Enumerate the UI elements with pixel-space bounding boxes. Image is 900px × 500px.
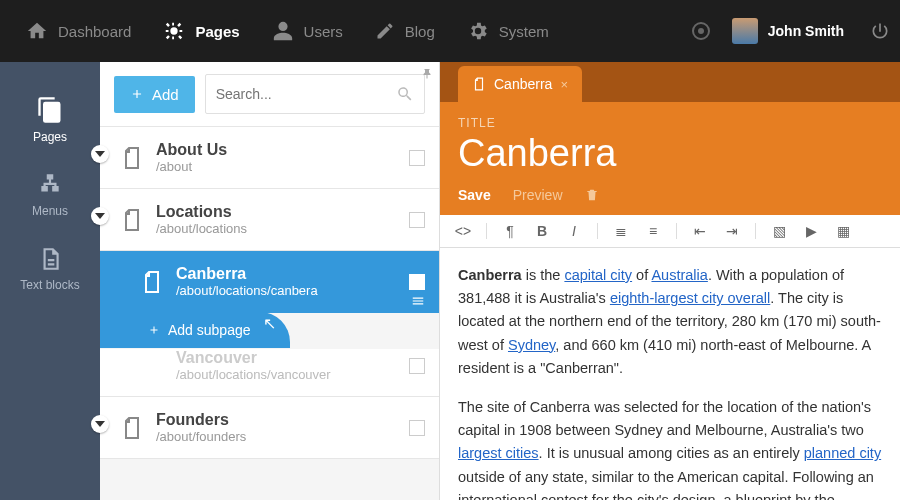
expand-toggle[interactable] (91, 415, 109, 433)
add-button[interactable]: Add (114, 76, 195, 113)
checkbox[interactable] (409, 358, 425, 374)
save-button[interactable]: Save (458, 187, 491, 203)
checkbox[interactable] (409, 274, 425, 290)
tree-item-canberra[interactable]: Canberra /about/locations/canbera (100, 251, 439, 313)
search-input[interactable] (216, 86, 396, 102)
nav-blog[interactable]: Blog (359, 0, 451, 62)
tree-item-slug: /about/founders (156, 429, 409, 444)
checkbox[interactable] (409, 420, 425, 436)
tree-item-slug: /about/locations/vancouver (176, 367, 409, 382)
image-icon[interactable]: ▧ (770, 223, 788, 239)
pin-icon[interactable] (421, 68, 433, 80)
tree-item-title: Canberra (176, 265, 409, 283)
nav-label: Dashboard (58, 23, 131, 40)
user-name: John Smith (768, 23, 844, 39)
editor-body[interactable]: Canberra is the capital city of Australi… (440, 248, 900, 500)
file-icon (140, 270, 164, 294)
indent-icon[interactable]: ⇥ (723, 223, 741, 239)
tree-toolbar: Add (100, 62, 439, 127)
tree-item-title: About Us (156, 141, 409, 159)
file-icon (120, 208, 144, 232)
plus-icon (148, 324, 160, 336)
sidebar-label: Pages (33, 130, 67, 144)
sidebar-label: Menus (32, 204, 68, 218)
user-menu[interactable]: John Smith (720, 18, 856, 44)
nav-label: System (499, 23, 549, 40)
wand-icon (163, 20, 185, 42)
code-icon[interactable]: <> (454, 223, 472, 239)
cursor-icon: ↖ (263, 314, 276, 333)
tree-item-slug: /about/locations/canbera (176, 283, 409, 298)
add-label: Add (152, 86, 179, 103)
page-title[interactable]: Canberra (458, 132, 882, 175)
tree-item-text: Locations /about/locations (156, 203, 409, 236)
editor-tab-canberra[interactable]: Canberra × (458, 66, 582, 102)
tree-list: About Us /about Locations /about/locatio… (100, 127, 439, 459)
gear-icon (467, 20, 489, 42)
list-ol-icon[interactable]: ≡ (644, 223, 662, 239)
file-icon (120, 146, 144, 170)
nav-label: Users (304, 23, 343, 40)
power-icon[interactable] (870, 21, 890, 41)
editor-header: TITLE Canberra Save Preview (440, 102, 900, 215)
sidebar-item-textblocks[interactable]: Text blocks (0, 232, 100, 306)
tree-item-about[interactable]: About Us /about (100, 127, 439, 189)
close-icon[interactable]: × (560, 77, 568, 92)
tree-item-vancouver[interactable]: Vancouver /about/locations/vancouver (100, 349, 439, 397)
pages-icon (36, 96, 64, 124)
plus-icon (130, 87, 144, 101)
nav-label: Blog (405, 23, 435, 40)
expand-toggle[interactable] (91, 207, 109, 225)
outdent-icon[interactable]: ⇤ (691, 223, 709, 239)
tree-item-title: Founders (156, 411, 409, 429)
tree-item-slug: /about (156, 159, 409, 174)
tree-item-text: Founders /about/founders (156, 411, 409, 444)
editor-tabs: Canberra × (440, 62, 900, 102)
checkbox[interactable] (409, 212, 425, 228)
nav-users[interactable]: Users (256, 0, 359, 62)
tab-label: Canberra (494, 76, 552, 92)
file-icon (472, 77, 486, 91)
expand-toggle[interactable] (91, 145, 109, 163)
search-box[interactable] (205, 74, 425, 114)
search-icon (396, 85, 414, 103)
sidebar-label: Text blocks (20, 278, 79, 292)
video-icon[interactable]: ▶ (802, 223, 820, 239)
checkbox[interactable] (409, 150, 425, 166)
tree-item-text: Canberra /about/locations/canbera (176, 265, 409, 298)
page-tree-panel: Add About Us /about (100, 62, 440, 500)
tree-item-title: Vancouver (176, 349, 409, 367)
list-ul-icon[interactable]: ≣ (612, 223, 630, 239)
add-subpage-label: Add subpage (168, 322, 251, 338)
avatar (732, 18, 758, 44)
tree-item-text: About Us /about (156, 141, 409, 174)
bold-icon[interactable]: B (533, 223, 551, 239)
preview-button[interactable]: Preview (513, 187, 563, 203)
document-icon (37, 246, 63, 272)
target-icon[interactable] (692, 22, 710, 40)
sidebar-item-pages[interactable]: Pages (0, 82, 100, 158)
pencil-icon (375, 21, 395, 41)
tree-item-locations[interactable]: Locations /about/locations (100, 189, 439, 251)
tree-item-founders[interactable]: Founders /about/founders (100, 397, 439, 459)
user-icon (272, 20, 294, 42)
nav-label: Pages (195, 23, 239, 40)
sidebar-item-menus[interactable]: Menus (0, 158, 100, 232)
italic-icon[interactable]: I (565, 223, 583, 239)
tree-item-title: Locations (156, 203, 409, 221)
body: Pages Menus Text blocks Add (0, 62, 900, 500)
table-icon[interactable]: ▦ (834, 223, 852, 239)
title-label: TITLE (458, 116, 882, 130)
top-navigation: Dashboard Pages Users Blog System John S… (0, 0, 900, 62)
trash-icon[interactable] (585, 188, 599, 202)
editor-toolbar: <> ¶ B I ≣ ≡ ⇤ ⇥ ▧ ▶ ▦ (440, 215, 900, 248)
add-subpage-button[interactable]: Add subpage ↖ (100, 312, 290, 348)
nav-pages[interactable]: Pages (147, 0, 255, 62)
nav-dashboard[interactable]: Dashboard (10, 0, 147, 62)
list-icon[interactable] (411, 294, 425, 308)
file-icon (120, 416, 144, 440)
nav-system[interactable]: System (451, 0, 565, 62)
sidebar: Pages Menus Text blocks (0, 62, 100, 500)
sitemap-icon (37, 172, 63, 198)
paragraph-icon[interactable]: ¶ (501, 223, 519, 239)
